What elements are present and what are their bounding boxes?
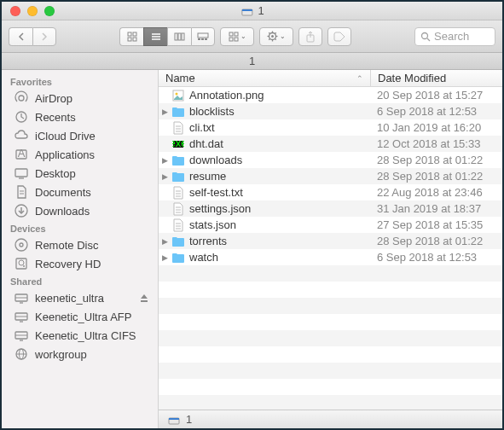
sidebar-item-remote-disc[interactable]: Remote Disc bbox=[2, 235, 158, 254]
svg-rect-1 bbox=[241, 9, 252, 11]
svg-rect-17 bbox=[235, 32, 238, 36]
column-date-modified[interactable]: Date Modified bbox=[370, 70, 502, 86]
file-row[interactable]: settings.json31 Jan 2019 at 18:37 bbox=[159, 200, 502, 217]
eject-icon[interactable] bbox=[139, 293, 149, 303]
view-gallery-button[interactable] bbox=[191, 27, 215, 46]
file-row[interactable]: Annotation.png20 Sep 2018 at 15:27 bbox=[159, 87, 502, 103]
disclosure-triangle-icon[interactable]: ▶ bbox=[159, 253, 171, 262]
file-date: 22 Aug 2018 at 23:46 bbox=[370, 186, 502, 199]
txt-icon bbox=[171, 121, 186, 135]
tab-current[interactable]: 1 bbox=[249, 55, 255, 67]
empty-row bbox=[159, 282, 502, 298]
svg-line-29 bbox=[275, 32, 275, 33]
apps-icon: A bbox=[14, 147, 29, 162]
server-icon bbox=[14, 290, 29, 305]
file-row[interactable]: self-test.txt22 Aug 2018 at 23:46 bbox=[159, 184, 502, 200]
svg-point-32 bbox=[422, 32, 428, 38]
view-columns-button[interactable] bbox=[167, 27, 191, 46]
file-date: 28 Sep 2018 at 01:22 bbox=[370, 235, 502, 247]
empty-row bbox=[159, 314, 502, 330]
sidebar-item-icloud-drive[interactable]: iCloud Drive bbox=[2, 126, 158, 145]
sidebar-item-label: Applications bbox=[35, 148, 95, 161]
file-row[interactable]: ▶blocklists6 Sep 2018 at 12:53 bbox=[159, 103, 502, 119]
sidebar-item-desktop[interactable]: Desktop bbox=[2, 164, 158, 183]
file-name: downloads bbox=[189, 154, 370, 166]
folder-icon bbox=[171, 252, 186, 264]
toolbar: ⌄ ⌄ Search bbox=[2, 20, 502, 53]
svg-rect-4 bbox=[128, 38, 131, 41]
svg-rect-12 bbox=[198, 33, 208, 38]
file-row[interactable]: ▶resume28 Sep 2018 at 01:22 bbox=[159, 168, 502, 184]
documents-icon bbox=[14, 184, 29, 200]
file-row[interactable]: ▶downloads28 Sep 2018 at 01:22 bbox=[159, 152, 502, 168]
forward-button[interactable] bbox=[32, 27, 56, 46]
file-list[interactable]: Annotation.png20 Sep 2018 at 15:27▶block… bbox=[159, 87, 502, 410]
sidebar-item-applications[interactable]: AApplications bbox=[2, 145, 158, 164]
svg-point-48 bbox=[23, 265, 25, 267]
file-row[interactable]: ▶torrents28 Sep 2018 at 01:22 bbox=[159, 233, 502, 249]
globe-icon bbox=[14, 346, 29, 362]
sidebar-item-label: Keenetic_Ultra AFP bbox=[35, 311, 131, 323]
file-date: 6 Sep 2018 at 12:53 bbox=[370, 251, 502, 264]
window-close-button[interactable] bbox=[10, 6, 20, 16]
sidebar-item-airdrop[interactable]: AirDrop bbox=[2, 89, 158, 108]
disclosure-triangle-icon[interactable]: ▶ bbox=[159, 108, 171, 116]
sidebar-item-label: Recovery HD bbox=[35, 258, 101, 270]
disclosure-triangle-icon[interactable]: ▶ bbox=[159, 156, 171, 165]
sidebar-item-keenetic-ultra-afp[interactable]: Keenetic_Ultra AFP bbox=[2, 307, 158, 326]
file-row[interactable]: exedht.dat12 Oct 2018 at 15:33 bbox=[159, 136, 502, 152]
empty-row bbox=[159, 395, 502, 410]
tags-button[interactable] bbox=[327, 27, 351, 46]
folder-icon bbox=[171, 171, 186, 183]
file-name: resume bbox=[189, 170, 370, 183]
file-date: 12 Oct 2018 at 15:33 bbox=[370, 137, 502, 150]
svg-rect-9 bbox=[175, 33, 177, 40]
view-icons-button[interactable] bbox=[119, 27, 143, 46]
folder-icon bbox=[171, 235, 186, 247]
svg-point-21 bbox=[271, 35, 274, 38]
svg-rect-15 bbox=[205, 38, 207, 40]
tab-bar: 1 bbox=[2, 53, 502, 70]
sidebar-item-recovery-hd[interactable]: Recovery HD bbox=[2, 254, 158, 273]
sidebar-item-downloads[interactable]: Downloads bbox=[2, 201, 158, 220]
empty-row bbox=[159, 379, 502, 395]
svg-rect-79 bbox=[169, 418, 179, 420]
window-zoom-button[interactable] bbox=[44, 6, 55, 16]
svg-line-28 bbox=[269, 38, 269, 39]
column-name[interactable]: Name⌃ bbox=[159, 72, 370, 84]
svg-line-26 bbox=[269, 32, 269, 33]
sidebar-item-workgroup[interactable]: workgroup bbox=[2, 345, 158, 363]
svg-rect-13 bbox=[198, 38, 200, 40]
action-button[interactable]: ⌄ bbox=[259, 27, 293, 46]
empty-row bbox=[159, 265, 502, 282]
file-row[interactable]: cli.txt10 Jan 2019 at 16:20 bbox=[159, 119, 502, 136]
disclosure-triangle-icon[interactable]: ▶ bbox=[159, 172, 171, 181]
arrange-button[interactable]: ⌄ bbox=[220, 27, 254, 46]
sidebar-section-header: Devices bbox=[2, 220, 158, 235]
window-minimize-button[interactable] bbox=[27, 6, 38, 16]
server-icon bbox=[14, 309, 29, 324]
sidebar-item-keenetic-ultra[interactable]: keenetic_ultra bbox=[2, 288, 158, 307]
view-list-button[interactable] bbox=[143, 27, 167, 46]
volume-icon bbox=[240, 6, 253, 16]
file-name: settings.json bbox=[189, 202, 370, 215]
disclosure-triangle-icon[interactable]: ▶ bbox=[159, 237, 171, 246]
svg-rect-18 bbox=[229, 38, 233, 41]
view-buttons bbox=[119, 27, 215, 46]
sidebar-item-documents[interactable]: Documents bbox=[2, 183, 158, 201]
sidebar-item-recents[interactable]: Recents bbox=[2, 108, 158, 126]
file-name: watch bbox=[189, 251, 370, 264]
file-row[interactable]: stats.json27 Sep 2018 at 15:35 bbox=[159, 217, 502, 233]
share-button[interactable] bbox=[298, 27, 322, 46]
sidebar-item-label: iCloud Drive bbox=[35, 130, 96, 142]
empty-row bbox=[159, 298, 502, 314]
search-icon bbox=[420, 32, 431, 42]
nav-buttons bbox=[9, 27, 56, 46]
search-input[interactable]: Search bbox=[414, 27, 495, 46]
svg-text:exe: exe bbox=[172, 138, 184, 149]
file-row[interactable]: ▶watch6 Sep 2018 at 12:53 bbox=[159, 249, 502, 265]
sidebar-item-keenetic-ultra-cifs[interactable]: Keenetic_Ultra CIFS bbox=[2, 326, 158, 345]
path-item[interactable]: 1 bbox=[186, 413, 192, 426]
svg-point-63 bbox=[176, 92, 178, 95]
back-button[interactable] bbox=[9, 27, 32, 46]
